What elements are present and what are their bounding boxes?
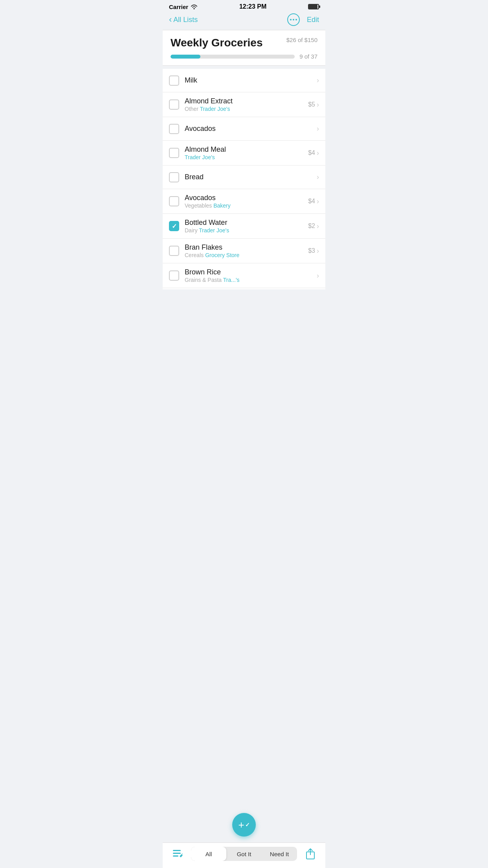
item-checkbox[interactable] <box>169 99 179 110</box>
item-checkbox[interactable] <box>169 124 179 134</box>
chevron-right-icon: › <box>317 197 319 206</box>
progress-count: 9 of 37 <box>299 53 317 60</box>
more-button[interactable] <box>287 13 300 26</box>
carrier-label: Carrier <box>169 4 188 10</box>
list-item[interactable]: Bran FlakesCereals Grocery Store$3› <box>163 239 325 263</box>
item-content: Bran FlakesCereals Grocery Store <box>185 243 308 258</box>
item-content: Almond MealTrader Joe's <box>185 145 308 160</box>
item-checkbox[interactable] <box>169 246 179 256</box>
chevron-right-icon: › <box>317 272 319 280</box>
item-checkbox[interactable] <box>169 270 179 281</box>
status-bar-right <box>308 4 319 9</box>
item-content: Bottled WaterDairy Trader Joe's <box>185 219 308 234</box>
item-content: Almond ExtractOther Trader Joe's <box>185 97 308 112</box>
store-link[interactable]: Trader Joe's <box>200 106 230 112</box>
chevron-right-icon: › <box>317 173 319 181</box>
progress-bar-container: 9 of 37 <box>171 53 317 60</box>
budget-info: $26 of $150 <box>286 37 317 43</box>
list-item[interactable]: Almond MealTrader Joe's$4› <box>163 141 325 166</box>
back-chevron-icon: ‹ <box>169 15 172 25</box>
list-header: Weekly Groceries $26 of $150 9 of 37 <box>163 30 325 66</box>
item-content: Bread <box>185 173 317 181</box>
store-link[interactable]: Trader Joe's <box>199 227 229 234</box>
progress-track <box>171 55 295 59</box>
item-price: $3 <box>308 247 315 254</box>
item-subtitle: Dairy Trader Joe's <box>185 227 308 234</box>
item-price: $5 <box>308 101 315 108</box>
item-subtitle: Grains & Pasta Tra...'s <box>185 277 317 283</box>
back-label: All Lists <box>173 16 198 24</box>
item-content: AvocadosVegetables Bakery <box>185 194 308 209</box>
item-list: Milk›Almond ExtractOther Trader Joe's$5›… <box>163 69 325 289</box>
item-name: Avocados <box>185 125 317 133</box>
item-subtitle: Cereals Grocery Store <box>185 252 308 258</box>
item-right: › <box>317 272 319 280</box>
item-checkbox[interactable] <box>169 75 179 86</box>
more-dots-icon <box>290 19 297 20</box>
item-name: Milk <box>185 76 317 85</box>
item-content: Avocados <box>185 125 317 133</box>
item-name: Bread <box>185 173 317 181</box>
item-name: Bran Flakes <box>185 243 308 252</box>
checkmark-icon: ✓ <box>172 223 177 230</box>
item-checkbox[interactable] <box>169 196 179 206</box>
nav-actions: Edit <box>287 13 319 26</box>
item-checkbox[interactable] <box>169 148 179 158</box>
item-price: $4 <box>308 149 315 156</box>
list-item[interactable]: ✓Bottled WaterDairy Trader Joe's$2› <box>163 214 325 239</box>
item-content: Milk <box>185 76 317 85</box>
item-right: $2› <box>308 222 319 230</box>
item-name: Bottled Water <box>185 219 308 227</box>
status-bar-time: 12:23 PM <box>239 3 266 10</box>
nav-bar: ‹ All Lists Edit <box>163 12 325 30</box>
list-item[interactable]: ✓Capers$4› <box>163 288 325 289</box>
item-right: › <box>317 125 319 133</box>
list-item[interactable]: AvocadosVegetables Bakery$4› <box>163 189 325 214</box>
store-link[interactable]: Grocery Store <box>205 252 239 258</box>
chevron-right-icon: › <box>317 247 319 255</box>
item-name: Avocados <box>185 194 308 202</box>
item-right: $3› <box>308 247 319 255</box>
item-name: Almond Meal <box>185 145 308 154</box>
list-item[interactable]: Milk› <box>163 69 325 92</box>
status-bar-left: Carrier <box>169 4 198 10</box>
item-name: Brown Rice <box>185 268 317 276</box>
store-link[interactable]: Bakery <box>213 202 231 209</box>
progress-fill <box>171 55 200 59</box>
item-right: $4› <box>308 197 319 206</box>
item-content: Brown RiceGrains & Pasta Tra...'s <box>185 268 317 283</box>
item-price: $2 <box>308 223 315 230</box>
status-bar: Carrier 12:23 PM <box>163 0 325 12</box>
edit-button[interactable]: Edit <box>307 16 319 24</box>
back-button[interactable]: ‹ All Lists <box>169 15 198 25</box>
chevron-right-icon: › <box>317 125 319 133</box>
chevron-right-icon: › <box>317 149 319 157</box>
item-right: $5› <box>308 101 319 109</box>
item-checkbox[interactable]: ✓ <box>169 221 179 231</box>
list-item[interactable]: Bread› <box>163 166 325 189</box>
store-link[interactable]: Trader Joe's <box>185 154 215 160</box>
item-checkbox[interactable] <box>169 172 179 182</box>
list-item[interactable]: Avocados› <box>163 117 325 141</box>
store-link[interactable]: Tra...'s <box>223 277 240 283</box>
chevron-right-icon: › <box>317 101 319 109</box>
item-name: Almond Extract <box>185 97 308 105</box>
list-item[interactable]: Brown RiceGrains & Pasta Tra...'s› <box>163 263 325 288</box>
list-title: Weekly Groceries <box>171 37 263 49</box>
item-subtitle: Other Trader Joe's <box>185 106 308 112</box>
chevron-right-icon: › <box>317 222 319 230</box>
svg-point-0 <box>193 8 195 9</box>
list-item[interactable]: Almond ExtractOther Trader Joe's$5› <box>163 92 325 117</box>
item-price: $4 <box>308 198 315 205</box>
item-subtitle: Trader Joe's <box>185 154 308 160</box>
item-right: › <box>317 76 319 85</box>
item-subtitle: Vegetables Bakery <box>185 202 308 209</box>
chevron-right-icon: › <box>317 76 319 85</box>
item-right: $4› <box>308 149 319 157</box>
item-right: › <box>317 173 319 181</box>
wifi-icon <box>191 4 198 9</box>
battery-icon <box>308 4 319 9</box>
